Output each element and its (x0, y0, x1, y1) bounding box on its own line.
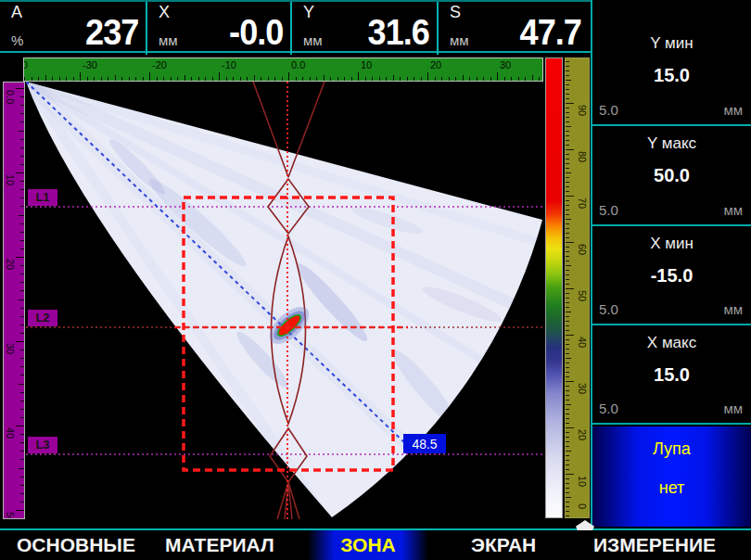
param-unit: мм (723, 401, 743, 416)
amp-ruler-label: 80 (577, 151, 588, 162)
param-x-max[interactable]: X макс 15.0 5.0 мм (592, 325, 751, 425)
amp-ruler-label: 30 (577, 383, 588, 394)
param-value: 50.0 (592, 165, 751, 186)
menu-item-izmerenie[interactable]: ИЗМЕРЕНИЕ (593, 534, 716, 556)
readout-label: S (450, 3, 461, 22)
h-ruler-label: -40 (23, 59, 28, 70)
main-menu-bar: ОСНОВНЫЕ МАТЕРИАЛ ЗОНА ЭКРАН ИЗМЕРЕНИЕ (0, 530, 751, 560)
v-ruler-label: 20 (5, 259, 16, 270)
param-title: Лупа (592, 439, 751, 459)
amp-ruler-label: 70 (577, 197, 588, 209)
h-ruler-label: 20 (430, 59, 441, 70)
h-ruler-label: -10 (222, 59, 236, 70)
readout-y: Y мм 31.6 (292, 2, 437, 51)
menu-item-ekran[interactable]: ЭКРАН (471, 534, 536, 556)
param-step: 5.0 (599, 301, 618, 317)
param-value: 15.0 (592, 65, 751, 86)
readout-x: X мм -0.0 (147, 2, 290, 51)
svg-text:48.5: 48.5 (412, 437, 437, 452)
beam-angle-tag: 48.5 (403, 434, 446, 453)
amp-ruler-label: 60 (577, 244, 588, 255)
v-ruler-label: 50 (5, 512, 16, 519)
param-x-min[interactable]: X мин -15.0 5.0 мм (592, 226, 751, 325)
amp-ruler-label: 90 (577, 105, 588, 116)
readout-unit: % (11, 32, 23, 48)
v-ruler-label: 40 (5, 427, 16, 439)
amp-ruler-label: 20 (577, 429, 588, 440)
param-title: X мин (592, 235, 751, 253)
readout-unit: мм (159, 32, 178, 48)
horizontal-distance-ruler: -40-30-20-100.0102030 (23, 57, 543, 82)
h-ruler-label: 10 (361, 59, 372, 70)
amplitude-color-scale (545, 57, 563, 518)
amp-ruler-label: 50 (577, 290, 588, 301)
readout-label: Y (303, 3, 314, 22)
readout-unit: мм (303, 32, 323, 48)
param-step: 5.0 (599, 401, 618, 416)
param-title: Y мин (592, 34, 751, 53)
v-ruler-label: 10 (5, 174, 16, 185)
param-step: 5.0 (599, 202, 618, 218)
parameter-panel: Y мин 15.0 5.0 мм Y макс 50.0 5.0 мм X м… (591, 0, 751, 528)
readout-unit: мм (450, 32, 469, 48)
v-ruler-label: 0.0 (5, 90, 16, 104)
amp-ruler-label: 10 (577, 476, 588, 487)
param-y-min[interactable]: Y мин 15.0 5.0 мм (592, 26, 751, 126)
param-value: нет (592, 478, 751, 498)
sector-scan-viewport[interactable]: 48.5 L1L2L3 (26, 82, 543, 519)
flaw-detector-screen: A % 237 X мм -0.0 Y мм 31.6 S мм 47.7 48… (0, 0, 751, 560)
readout-label: X (159, 3, 170, 22)
readout-s: S мм 47.7 (439, 2, 589, 51)
param-zoom-lupa[interactable]: Лупа нет (592, 426, 751, 527)
readout-value: 31.6 (368, 13, 429, 53)
param-value: -15.0 (592, 265, 751, 286)
v-ruler-label: 30 (5, 343, 16, 354)
readout-value: -0.0 (229, 13, 283, 53)
menu-item-zona[interactable]: ЗОНА (308, 534, 428, 556)
param-unit: мм (723, 202, 743, 218)
param-unit: мм (723, 301, 743, 317)
param-title: Y макс (592, 134, 751, 153)
readout-label: A (11, 3, 22, 22)
param-unit: мм (723, 102, 743, 118)
measurement-readout-bar: A % 237 X мм -0.0 Y мм 31.6 S мм 47.7 (0, 0, 591, 53)
amp-ruler-label: 0 (577, 503, 588, 509)
param-step: 5.0 (599, 102, 618, 118)
amp-ruler-label: 40 (577, 337, 588, 348)
vertical-depth-ruler: 0.01020304050 (3, 82, 25, 519)
param-value: 15.0 (592, 364, 751, 386)
readout-value: 237 (85, 13, 138, 53)
param-title: X макс (592, 334, 751, 352)
param-y-max[interactable]: Y макс 50.0 5.0 мм (592, 126, 751, 226)
h-ruler-label: -20 (152, 59, 167, 70)
h-ruler-label: -30 (83, 59, 97, 70)
h-ruler-label: 30 (500, 59, 511, 70)
readout-amplitude: A % 237 (0, 2, 146, 51)
menu-item-material[interactable]: МАТЕРИАЛ (165, 534, 274, 556)
amplitude-ruler: 9080706050403020100 (565, 57, 590, 518)
menu-item-osnovnye[interactable]: ОСНОВНЫЕ (17, 534, 135, 556)
sector-scan-image: 48.5 (26, 82, 543, 519)
h-ruler-label: 0.0 (291, 59, 305, 70)
menu-item-zona-highlight[interactable]: ЗОНА (308, 530, 428, 560)
readout-value: 47.7 (520, 13, 581, 53)
